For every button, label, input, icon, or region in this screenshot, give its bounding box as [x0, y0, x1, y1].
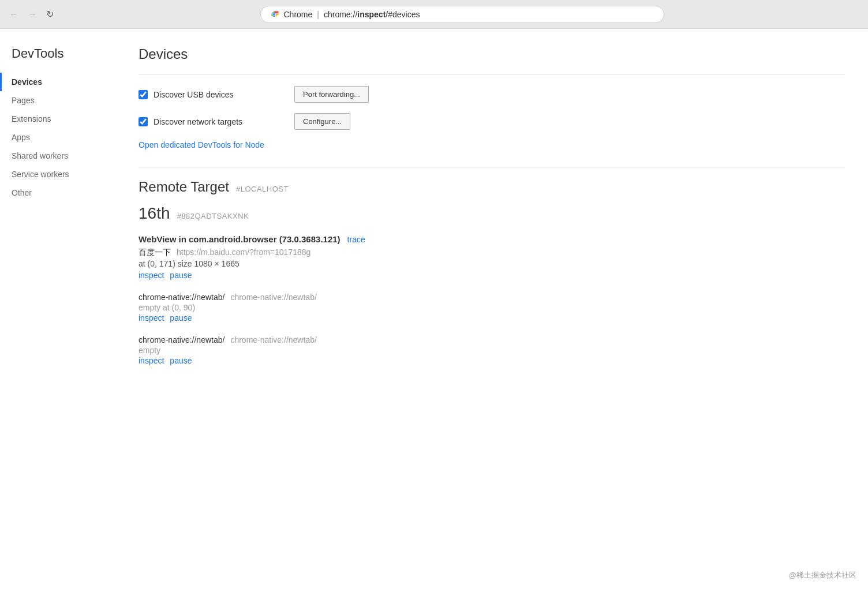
sidebar-item-devices[interactable]: Devices [0, 73, 115, 91]
page-title-baidu: 百度一下 [139, 248, 171, 258]
devtools-node-link[interactable]: Open dedicated DevTools for Node [139, 140, 264, 149]
usb-option-row: Discover USB devices Port forwarding... [139, 86, 845, 103]
usb-checkbox-label[interactable]: Discover USB devices [139, 90, 283, 99]
page-url-newtab2: chrome-native://newtab/ [230, 335, 316, 344]
sidebar-item-pages[interactable]: Pages [0, 91, 115, 110]
device-id: #882QADTSAKXNK [177, 212, 249, 220]
page-entry-baidu: 百度一下 https://m.baidu.com/?from=1017188g … [139, 248, 845, 282]
url-separator: | [317, 10, 319, 19]
inspect-link-baidu[interactable]: inspect [139, 271, 164, 280]
sidebar-title: DevTools [0, 46, 115, 73]
page-body: DevTools Devices Pages Extensions Apps S… [0, 29, 868, 592]
page-url-row-baidu: 百度一下 https://m.baidu.com/?from=1017188g [139, 248, 845, 258]
page-actions-newtab2: inspect pause [139, 356, 845, 365]
trace-link[interactable]: trace [347, 235, 365, 244]
forward-button[interactable]: → [25, 7, 39, 22]
sidebar-item-extensions[interactable]: Extensions [0, 110, 115, 128]
options-section: Discover USB devices Port forwarding... … [139, 86, 845, 155]
refresh-button[interactable]: ↻ [44, 6, 56, 22]
device-name: 16th [139, 204, 170, 223]
inspect-link-newtab2[interactable]: inspect [139, 356, 164, 365]
port-forwarding-button[interactable]: Port forwarding... [294, 86, 369, 103]
configure-button[interactable]: Configure... [294, 113, 350, 130]
sidebar: DevTools Devices Pages Extensions Apps S… [0, 29, 115, 592]
app-name-label: Chrome [284, 10, 313, 19]
page-title: Devices [139, 46, 845, 62]
watermark: @稀土掘金技术社区 [789, 570, 856, 580]
nav-buttons: ← → ↻ [7, 6, 56, 22]
page-actions-baidu: inspect pause [139, 271, 845, 280]
page-position-baidu: at (0, 171) size 1080 × 1665 [139, 259, 845, 268]
remote-target-header: Remote Target #LOCALHOST [139, 179, 845, 195]
back-button[interactable]: ← [7, 7, 21, 22]
webview-section: WebView in com.android.browser (73.0.368… [139, 234, 845, 368]
page-actions-newtab1: inspect pause [139, 313, 845, 323]
usb-checkbox-text: Discover USB devices [154, 90, 234, 99]
url-display: chrome://inspect/#devices [324, 10, 420, 19]
sidebar-item-other[interactable]: Other [0, 183, 115, 202]
network-checkbox-label[interactable]: Discover network targets [139, 117, 283, 126]
main-content: Devices Discover USB devices Port forwar… [115, 29, 868, 592]
page-url-newtab1: chrome-native://newtab/ [230, 293, 316, 302]
page-entry-newtab1: chrome-native://newtab/ chrome-native://… [139, 293, 845, 325]
pause-link-newtab2[interactable]: pause [170, 356, 192, 365]
page-url-row-newtab2: chrome-native://newtab/ chrome-native://… [139, 335, 845, 344]
webview-title: WebView in com.android.browser (73.0.368… [139, 234, 341, 244]
page-status-newtab2: empty [139, 346, 845, 355]
pause-link-baidu[interactable]: pause [170, 271, 192, 280]
address-bar[interactable]: Chrome | chrome://inspect/#devices [260, 6, 664, 23]
webview-title-row: WebView in com.android.browser (73.0.368… [139, 234, 845, 244]
browser-toolbar: ← → ↻ Chrome | chrome://inspect/#devices [0, 0, 868, 29]
page-entry-newtab2: chrome-native://newtab/ chrome-native://… [139, 335, 845, 368]
network-checkbox-text: Discover network targets [154, 117, 242, 126]
device-name-row: 16th #882QADTSAKXNK [139, 204, 845, 223]
network-checkbox[interactable] [139, 117, 148, 126]
sidebar-item-apps[interactable]: Apps [0, 128, 115, 147]
page-url-baidu: https://m.baidu.com/?from=1017188g [177, 248, 310, 257]
page-title-newtab1: chrome-native://newtab/ [139, 293, 225, 302]
network-option-row: Discover network targets Configure... [139, 113, 845, 130]
remote-target-title: Remote Target [139, 179, 229, 195]
page-url-row-newtab1: chrome-native://newtab/ chrome-native://… [139, 293, 845, 302]
middle-divider [139, 167, 845, 167]
sidebar-item-shared-workers[interactable]: Shared workers [0, 147, 115, 165]
pause-link-newtab1[interactable]: pause [170, 313, 192, 323]
remote-target-subtitle: #LOCALHOST [236, 185, 289, 193]
inspect-link-newtab1[interactable]: inspect [139, 313, 164, 323]
top-divider [139, 74, 845, 74]
url-path: /#devices [386, 10, 420, 19]
page-status-newtab1: empty at (0, 90) [139, 303, 845, 312]
chrome-icon [269, 9, 279, 20]
svg-point-2 [272, 13, 275, 15]
url-bold-part: inspect [357, 10, 386, 19]
usb-checkbox[interactable] [139, 90, 148, 99]
page-title-newtab2: chrome-native://newtab/ [139, 335, 225, 344]
url-protocol: chrome:// [324, 10, 357, 19]
sidebar-item-service-workers[interactable]: Service workers [0, 165, 115, 183]
